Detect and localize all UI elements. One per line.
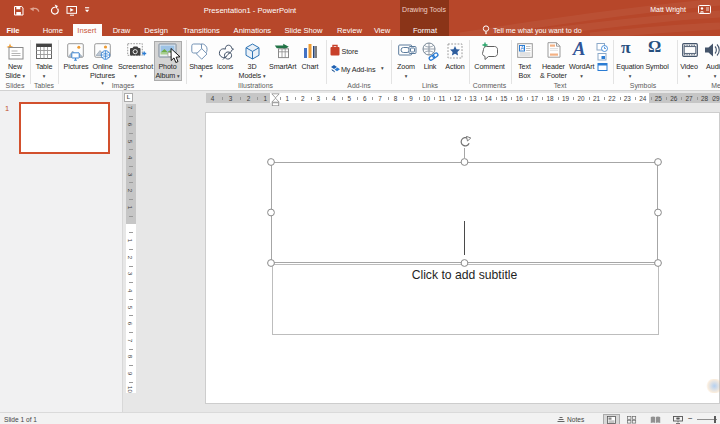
svg-text:A: A: [520, 45, 524, 51]
